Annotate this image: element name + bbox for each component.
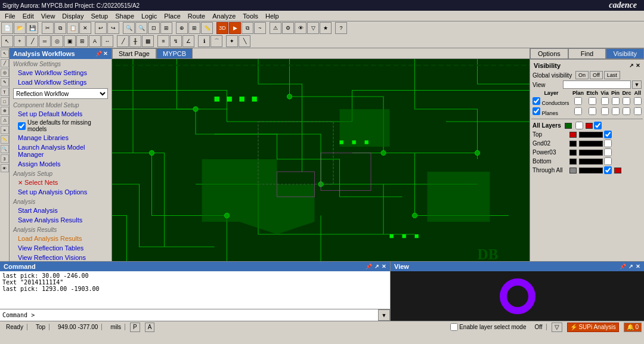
tb-zoom-out[interactable]: 🔍 (135, 22, 147, 34)
left-eye[interactable]: 👁 (1, 164, 9, 172)
a-btn[interactable]: A (145, 323, 155, 332)
tb-cut[interactable]: ✂ (42, 22, 54, 34)
command-header-controls[interactable]: 📌 ↗ ✕ (366, 264, 386, 269)
left-prop[interactable]: ≡ (1, 126, 9, 134)
setup-default-models-link[interactable]: Set up Default Models (10, 109, 112, 119)
left-shape[interactable]: □ (1, 97, 9, 106)
tb-grid[interactable]: ⊞ (188, 22, 200, 34)
gnd02-visible-check[interactable] (604, 140, 612, 147)
left-edit[interactable]: ✎ (1, 78, 9, 86)
tb2-arc[interactable]: ⌒ (210, 35, 222, 47)
tb2-comp[interactable]: ⊞ (76, 35, 88, 47)
tb-measure[interactable]: 📏 (201, 22, 213, 34)
conductors-via[interactable] (601, 97, 609, 105)
vis-btn-on[interactable]: On (575, 71, 589, 79)
load-workflow-settings-link[interactable]: Load Workflow Settings (10, 78, 112, 87)
tb2-via[interactable]: ◎ (51, 35, 63, 47)
menu-file[interactable]: File (1, 12, 19, 20)
save-workflow-settings-link[interactable]: Save Workflow Settings (10, 68, 112, 78)
command-close-btn[interactable]: ✕ (382, 264, 386, 269)
save-analysis-results-link[interactable]: Save Analysis Results (10, 215, 112, 225)
p-btn[interactable]: P (130, 323, 140, 332)
visibility-close[interactable]: ✕ (636, 63, 640, 69)
left-route[interactable]: ╱ (1, 59, 9, 67)
left-text[interactable]: T (1, 88, 9, 96)
conductors-vis-check[interactable] (532, 97, 540, 105)
tb2-route[interactable]: ╱ (117, 35, 129, 47)
planes-via[interactable] (601, 107, 609, 115)
view-dropdown-btn[interactable]: ▼ (632, 80, 642, 89)
left-3d[interactable]: 3 (1, 154, 9, 163)
tb-settings[interactable]: ⚙ (282, 22, 294, 34)
vis-btn-last[interactable]: Last (604, 71, 620, 79)
left-select[interactable]: ↖ (1, 49, 9, 58)
view-pin-btn[interactable]: 📌 (620, 264, 626, 269)
tab-find[interactable]: Find (568, 48, 606, 59)
tb2-pad[interactable]: ▣ (64, 35, 76, 47)
assign-models-link[interactable]: Assign Models (10, 159, 112, 169)
view-header-controls[interactable]: 📌 ↗ ✕ (620, 264, 640, 269)
menu-route[interactable]: Route (184, 12, 209, 20)
conductors-pin[interactable] (612, 97, 620, 105)
menu-shape[interactable]: Shape (112, 12, 138, 20)
view-close-btn[interactable]: ✕ (636, 264, 640, 269)
tb-zoom-in[interactable]: 🔍 (123, 22, 135, 34)
conductors-all[interactable] (634, 97, 642, 105)
tb-drc[interactable]: ⚠ (270, 22, 281, 34)
tb-net[interactable]: ~ (254, 22, 266, 34)
left-via[interactable]: ◎ (1, 69, 9, 77)
menu-analyze[interactable]: Analyze (209, 12, 239, 20)
view-restore-btn[interactable]: ↗ (628, 264, 633, 269)
tab-visibility[interactable]: Visibility (606, 48, 644, 59)
launch-model-manager-link[interactable]: Launch Analysis Model Manager (10, 142, 112, 159)
menu-setup[interactable]: Setup (87, 12, 112, 20)
tb-sim[interactable]: ▶ (229, 22, 241, 34)
tb2-info[interactable]: ℹ (198, 35, 210, 47)
conductors-drc[interactable] (623, 97, 630, 105)
tb-zoom-sel[interactable]: ⊞ (160, 22, 172, 34)
view-reflection-visions-link[interactable]: View Reflection Visions (10, 253, 112, 262)
tb-layer[interactable]: ⧉ (242, 22, 253, 34)
visibility-controls[interactable]: ↗ ✕ (629, 63, 640, 69)
view-reflection-tables-link[interactable]: View Reflection Tables (10, 243, 112, 253)
start-analysis-link[interactable]: Start Analysis (10, 206, 112, 215)
select-nets-link[interactable]: ✕ Select Nets (10, 178, 112, 187)
tab-start-page[interactable]: Start Page (112, 48, 156, 58)
through-all-visible-check[interactable] (604, 166, 612, 174)
command-dropdown-btn[interactable]: ▼ (378, 309, 390, 321)
tb2-backslash[interactable]: ╲ (239, 35, 250, 47)
tb-new[interactable]: 📄 (1, 22, 13, 34)
left-meas[interactable]: 📏 (1, 135, 9, 144)
enable-layer-check[interactable] (450, 323, 458, 331)
menu-view[interactable]: View (38, 12, 59, 20)
tb2-ref[interactable]: ↯ (170, 35, 182, 47)
tb-star[interactable]: ★ (320, 22, 332, 34)
planes-etch[interactable] (589, 107, 596, 115)
visibility-restore[interactable]: ↗ (629, 63, 634, 69)
tb-snap[interactable]: ⊕ (176, 22, 188, 34)
tb-3d[interactable]: 3D (216, 22, 228, 34)
view-input[interactable] (563, 80, 631, 89)
workflow-dropdown[interactable]: Reflection Workflow (13, 88, 108, 99)
menu-tools[interactable]: Tools (239, 12, 262, 20)
planes-pin[interactable] (612, 107, 620, 115)
menu-help[interactable]: Help (262, 12, 283, 20)
planes-vis-check[interactable] (532, 107, 540, 115)
all-layers-check2[interactable] (594, 122, 602, 129)
workflow-panel-close[interactable]: ✕ (103, 51, 108, 57)
tb2-highlight[interactable]: ✦ (226, 35, 238, 47)
pcb-canvas[interactable]: DB (112, 59, 530, 261)
conductors-etch[interactable] (589, 97, 596, 105)
tb2-dim[interactable]: ↔ (101, 35, 113, 47)
tb-zoom-fit[interactable]: ⊡ (148, 22, 160, 34)
planes-plan[interactable] (574, 107, 582, 115)
workflow-panel-controls[interactable]: 📌 ✕ (95, 51, 108, 57)
tb2-plane[interactable]: ▩ (142, 35, 154, 47)
menu-display[interactable]: Display (58, 12, 87, 20)
tb-help[interactable]: ? (335, 22, 347, 34)
tb2-label[interactable]: A (89, 35, 101, 47)
warning-btn[interactable]: 🔔 0 (624, 323, 642, 332)
tb-filter[interactable]: ▽ (307, 22, 319, 34)
tb-save[interactable]: 💾 (26, 22, 38, 34)
all-layers-check[interactable] (575, 122, 583, 129)
